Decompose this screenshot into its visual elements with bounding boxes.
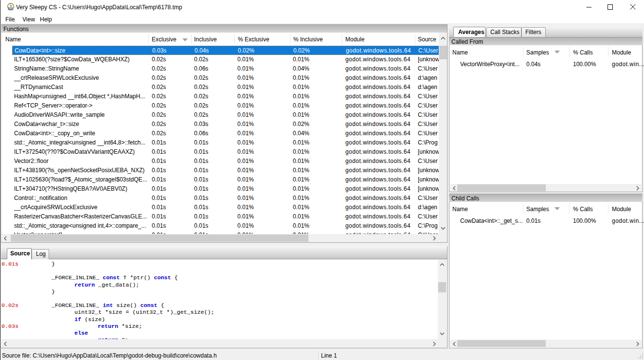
svg-text:zzz: zzz [8, 6, 13, 10]
